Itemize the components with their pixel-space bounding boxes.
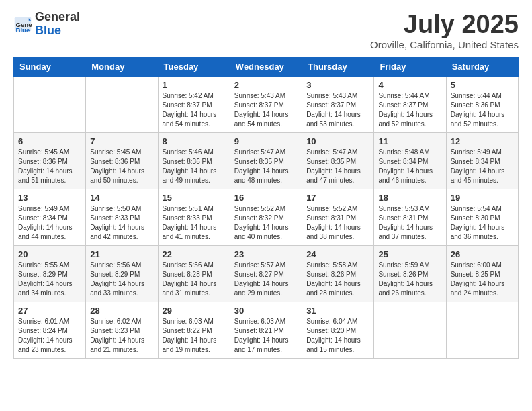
day-number: 10 [306, 136, 369, 146]
day-info: Sunrise: 5:44 AMSunset: 8:37 PMDaylight:… [378, 91, 441, 129]
day-info: Sunrise: 5:51 AMSunset: 8:33 PMDaylight:… [163, 204, 226, 242]
day-info: Sunrise: 6:00 AMSunset: 8:25 PMDaylight:… [451, 261, 514, 298]
day-info: Sunrise: 6:04 AMSunset: 8:20 PMDaylight:… [306, 317, 369, 355]
day-info: Sunrise: 5:56 AMSunset: 8:28 PMDaylight:… [163, 261, 226, 298]
calendar-cell: 7Sunrise: 5:45 AMSunset: 8:36 PMDaylight… [86, 132, 158, 189]
day-number: 14 [90, 193, 153, 203]
calendar-cell: 12Sunrise: 5:49 AMSunset: 8:34 PMDayligh… [446, 132, 518, 189]
day-info: Sunrise: 6:03 AMSunset: 8:21 PMDaylight:… [234, 317, 298, 355]
calendar-week-row: 1Sunrise: 5:42 AMSunset: 8:37 PMDaylight… [14, 76, 519, 132]
day-number: 11 [378, 136, 441, 146]
day-info: Sunrise: 5:47 AMSunset: 8:35 PMDaylight:… [234, 148, 298, 185]
day-info: Sunrise: 5:45 AMSunset: 8:36 PMDaylight:… [90, 148, 153, 185]
calendar-table: SundayMondayTuesdayWednesdayThursdayFrid… [13, 57, 519, 359]
calendar-cell: 28Sunrise: 6:02 AMSunset: 8:23 PMDayligh… [86, 302, 158, 358]
calendar-cell: 22Sunrise: 5:56 AMSunset: 8:28 PMDayligh… [158, 245, 230, 302]
weekday-header: Wednesday [230, 57, 302, 76]
calendar-cell: 25Sunrise: 5:59 AMSunset: 8:26 PMDayligh… [374, 245, 446, 302]
day-info: Sunrise: 5:43 AMSunset: 8:37 PMDaylight:… [234, 91, 298, 129]
day-info: Sunrise: 5:42 AMSunset: 8:37 PMDaylight:… [163, 91, 226, 129]
day-number: 30 [234, 306, 298, 316]
day-info: Sunrise: 5:46 AMSunset: 8:36 PMDaylight:… [163, 148, 226, 185]
day-number: 25 [378, 249, 441, 259]
calendar-cell: 15Sunrise: 5:51 AMSunset: 8:33 PMDayligh… [158, 189, 230, 245]
day-number: 1 [163, 80, 226, 90]
day-number: 20 [18, 249, 81, 259]
calendar-cell: 29Sunrise: 6:03 AMSunset: 8:22 PMDayligh… [158, 302, 230, 358]
calendar-cell: 21Sunrise: 5:56 AMSunset: 8:29 PMDayligh… [86, 245, 158, 302]
calendar-cell: 30Sunrise: 6:03 AMSunset: 8:21 PMDayligh… [230, 302, 302, 358]
calendar-week-row: 27Sunrise: 6:01 AMSunset: 8:24 PMDayligh… [14, 302, 519, 358]
day-number: 26 [451, 249, 514, 259]
day-info: Sunrise: 5:52 AMSunset: 8:32 PMDaylight:… [234, 204, 298, 242]
calendar-cell: 24Sunrise: 5:58 AMSunset: 8:26 PMDayligh… [302, 245, 374, 302]
title-block: July 2025 Oroville, California, United S… [370, 11, 519, 50]
page-header: General Blue General Blue July 2025 Orov… [13, 11, 519, 50]
day-info: Sunrise: 5:48 AMSunset: 8:34 PMDaylight:… [378, 148, 441, 185]
day-number: 5 [451, 80, 514, 90]
day-info: Sunrise: 5:45 AMSunset: 8:36 PMDaylight:… [18, 148, 81, 185]
day-info: Sunrise: 5:47 AMSunset: 8:35 PMDaylight:… [306, 148, 369, 185]
day-info: Sunrise: 5:56 AMSunset: 8:29 PMDaylight:… [90, 261, 153, 298]
calendar-cell: 23Sunrise: 5:57 AMSunset: 8:27 PMDayligh… [230, 245, 302, 302]
calendar-cell [446, 302, 518, 358]
calendar-cell: 20Sunrise: 5:55 AMSunset: 8:29 PMDayligh… [14, 245, 86, 302]
calendar-cell: 11Sunrise: 5:48 AMSunset: 8:34 PMDayligh… [374, 132, 446, 189]
calendar-week-row: 6Sunrise: 5:45 AMSunset: 8:36 PMDaylight… [14, 132, 519, 189]
calendar-cell: 17Sunrise: 5:52 AMSunset: 8:31 PMDayligh… [302, 189, 374, 245]
day-number: 3 [306, 80, 369, 90]
day-number: 28 [90, 306, 153, 316]
day-number: 8 [163, 136, 226, 146]
calendar-week-row: 13Sunrise: 5:49 AMSunset: 8:34 PMDayligh… [14, 189, 519, 245]
day-info: Sunrise: 5:53 AMSunset: 8:31 PMDaylight:… [378, 204, 441, 242]
logo-blue-text: Blue [35, 24, 61, 37]
calendar-cell: 2Sunrise: 5:43 AMSunset: 8:37 PMDaylight… [230, 76, 302, 132]
month-title: July 2025 [370, 11, 519, 39]
day-info: Sunrise: 5:59 AMSunset: 8:26 PMDaylight:… [378, 261, 441, 298]
calendar-week-row: 20Sunrise: 5:55 AMSunset: 8:29 PMDayligh… [14, 245, 519, 302]
calendar-cell: 9Sunrise: 5:47 AMSunset: 8:35 PMDaylight… [230, 132, 302, 189]
day-info: Sunrise: 5:43 AMSunset: 8:37 PMDaylight:… [306, 91, 369, 129]
calendar-cell: 8Sunrise: 5:46 AMSunset: 8:36 PMDaylight… [158, 132, 230, 189]
day-number: 2 [234, 80, 298, 90]
day-number: 18 [378, 193, 441, 203]
day-number: 9 [234, 136, 298, 146]
day-info: Sunrise: 5:49 AMSunset: 8:34 PMDaylight:… [451, 148, 514, 185]
day-info: Sunrise: 5:49 AMSunset: 8:34 PMDaylight:… [18, 204, 81, 242]
day-info: Sunrise: 5:54 AMSunset: 8:30 PMDaylight:… [451, 204, 514, 242]
weekday-header: Friday [374, 57, 446, 76]
calendar-cell: 13Sunrise: 5:49 AMSunset: 8:34 PMDayligh… [14, 189, 86, 245]
calendar-cell: 31Sunrise: 6:04 AMSunset: 8:20 PMDayligh… [302, 302, 374, 358]
calendar-cell: 1Sunrise: 5:42 AMSunset: 8:37 PMDaylight… [158, 76, 230, 132]
day-info: Sunrise: 5:44 AMSunset: 8:36 PMDaylight:… [451, 91, 514, 129]
day-number: 31 [306, 306, 369, 316]
weekday-header: Sunday [14, 57, 86, 76]
calendar-cell: 18Sunrise: 5:53 AMSunset: 8:31 PMDayligh… [374, 189, 446, 245]
day-number: 21 [90, 249, 153, 259]
svg-text:Blue: Blue [16, 26, 30, 34]
weekday-header: Monday [86, 57, 158, 76]
calendar-cell [86, 76, 158, 132]
calendar-cell: 19Sunrise: 5:54 AMSunset: 8:30 PMDayligh… [446, 189, 518, 245]
calendar-cell: 4Sunrise: 5:44 AMSunset: 8:37 PMDaylight… [374, 76, 446, 132]
calendar-cell: 14Sunrise: 5:50 AMSunset: 8:33 PMDayligh… [86, 189, 158, 245]
day-number: 7 [90, 136, 153, 146]
day-number: 27 [18, 306, 81, 316]
day-number: 6 [18, 136, 81, 146]
day-number: 17 [306, 193, 369, 203]
calendar-cell: 10Sunrise: 5:47 AMSunset: 8:35 PMDayligh… [302, 132, 374, 189]
day-number: 29 [163, 306, 226, 316]
calendar-cell: 16Sunrise: 5:52 AMSunset: 8:32 PMDayligh… [230, 189, 302, 245]
calendar-cell [14, 76, 86, 132]
calendar-cell: 26Sunrise: 6:00 AMSunset: 8:25 PMDayligh… [446, 245, 518, 302]
day-number: 16 [234, 193, 298, 203]
day-number: 13 [18, 193, 81, 203]
day-number: 24 [306, 249, 369, 259]
weekday-header: Saturday [446, 57, 518, 76]
day-number: 4 [378, 80, 441, 90]
day-number: 22 [163, 249, 226, 259]
day-info: Sunrise: 5:52 AMSunset: 8:31 PMDaylight:… [306, 204, 369, 242]
calendar-cell: 5Sunrise: 5:44 AMSunset: 8:36 PMDaylight… [446, 76, 518, 132]
calendar-cell: 27Sunrise: 6:01 AMSunset: 8:24 PMDayligh… [14, 302, 86, 358]
day-number: 12 [451, 136, 514, 146]
